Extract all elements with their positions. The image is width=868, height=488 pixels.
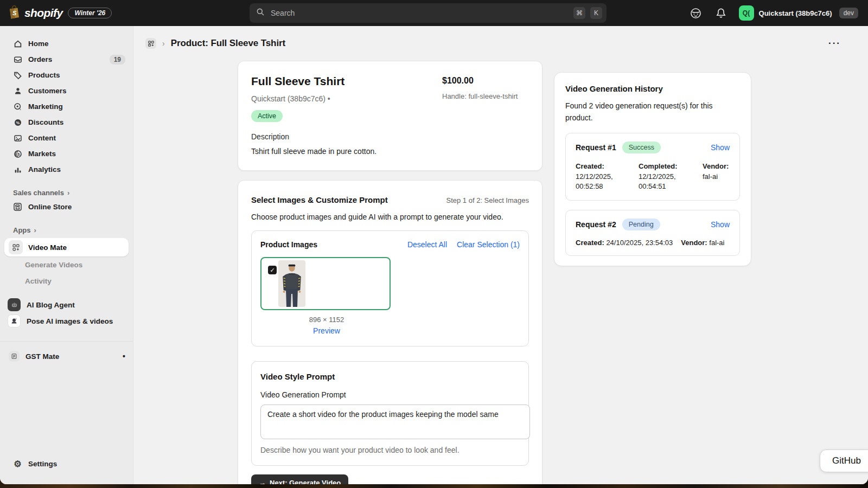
sidebar-item-content[interactable]: Content xyxy=(0,130,133,146)
sidebar-item-home[interactable]: Home xyxy=(0,36,133,52)
shopify-logo[interactable]: S shopify Winter '26 xyxy=(0,5,112,21)
request-completed: Completed: 12/12/2025, 00:54:51 xyxy=(639,162,703,191)
ai-blog-agent-app-icon xyxy=(8,298,21,311)
more-actions-button[interactable]: ··· xyxy=(828,38,841,49)
gst-mate-dot-indicator: • xyxy=(123,352,125,361)
apps-section[interactable]: Apps › xyxy=(0,223,133,236)
store-name: Quickstart (38b9c7c6) xyxy=(759,9,832,17)
product-title: Full Sleeve Tshirt xyxy=(251,75,376,88)
notifications-bell-icon[interactable] xyxy=(713,5,729,21)
marketing-target-icon xyxy=(13,102,22,111)
product-summary-left: Full Sleeve Tshirt Quickstart (38b9c7c6)… xyxy=(251,75,376,156)
prompt-helper-text: Describe how you want your product video… xyxy=(260,446,520,454)
video-prompt-textarea[interactable]: Create a short video for the product ima… xyxy=(260,404,530,439)
product-handle: Handle: full-sleeve-tshirt xyxy=(442,92,529,100)
top-bar: S shopify Winter '26 ⌘ K xyxy=(0,0,868,26)
page-header: › Product: Full Sleeve Tshirt ··· xyxy=(133,26,868,61)
shopify-admin-window: S shopify Winter '26 ⌘ K xyxy=(0,0,868,484)
release-badge: Winter '26 xyxy=(68,8,112,18)
search-icon xyxy=(256,8,265,18)
sidebar-item-products[interactable]: Products xyxy=(0,67,133,83)
step-indicator: Step 1 of 2: Select Images xyxy=(446,196,529,204)
pose-ai-app-icon xyxy=(8,314,21,328)
request-vendor: Vendor: fal-ai xyxy=(681,239,724,247)
sidebar-item-markets[interactable]: $ Markets xyxy=(0,146,133,162)
sidebar-item-label: Home xyxy=(28,40,49,48)
sidebar-item-label: Customers xyxy=(28,87,67,95)
chevron-right-icon: › xyxy=(67,189,69,197)
shopify-wordmark: shopify xyxy=(24,7,62,20)
sidebar-item-activity[interactable]: Activity xyxy=(0,273,133,289)
content-columns: Full Sleeve Tshirt Quickstart (38b9c7c6)… xyxy=(133,61,868,484)
sidebar-item-label: Orders xyxy=(28,55,52,63)
request-name: Request #1 xyxy=(576,143,616,152)
sidebar-item-label: Pose AI images & videos xyxy=(27,317,113,325)
svg-text:%: % xyxy=(16,120,20,125)
select-images-card: Select Images & Customize Prompt Step 1 … xyxy=(238,180,542,484)
main-content: › Product: Full Sleeve Tshirt ··· Full S… xyxy=(133,26,868,484)
apps-label: Apps xyxy=(13,226,31,234)
show-request-link[interactable]: Show xyxy=(711,143,730,152)
product-summary-card: Full Sleeve Tshirt Quickstart (38b9c7c6)… xyxy=(238,61,542,171)
history-title: Video Generation History xyxy=(565,84,740,93)
created-label: Created: xyxy=(576,162,604,170)
sidebar-nav: Home Orders 19 Products Customers Market… xyxy=(0,26,133,484)
sidebar-item-label: Online Store xyxy=(28,203,72,211)
global-search[interactable]: ⌘ K xyxy=(250,3,607,23)
github-button[interactable]: GitHub xyxy=(820,450,868,472)
home-icon xyxy=(13,40,22,48)
sidebar-item-label: Settings xyxy=(28,460,57,468)
sidebar-item-generate-videos[interactable]: Generate Videos xyxy=(0,257,133,273)
product-image-tile-selected[interactable]: ✓ xyxy=(260,257,391,310)
product-images-panel: Product Images Deselect All Clear Select… xyxy=(251,230,529,346)
product-description: Tshirt full sleeve made in pure cotton. xyxy=(251,147,376,156)
sidebar-item-gst-mate[interactable]: GST Mate • xyxy=(0,348,133,364)
sidebar-item-pose-ai[interactable]: Pose AI images & videos xyxy=(0,313,133,329)
select-section-subtitle: Choose product images and guide AI with … xyxy=(251,213,529,221)
history-summary: Found 2 video generation request(s) for … xyxy=(565,100,728,124)
sidebar-item-online-store[interactable]: Online Store xyxy=(0,199,133,215)
history-column: Video Generation History Found 2 video g… xyxy=(554,72,751,266)
product-store: Quickstart (38b9c7c6) • xyxy=(251,94,376,103)
vendor-value: fal-ai xyxy=(703,172,718,181)
deselect-all-link[interactable]: Deselect All xyxy=(407,240,447,249)
products-tag-icon xyxy=(13,71,22,80)
sidebar-item-customers[interactable]: Customers xyxy=(0,83,133,99)
app-breadcrumb-icon[interactable] xyxy=(145,38,156,49)
sidebar-item-settings[interactable]: ⚙ Settings xyxy=(0,459,133,469)
search-input[interactable] xyxy=(270,8,569,18)
select-section-title: Select Images & Customize Prompt xyxy=(251,195,388,204)
sidebar-item-ai-blog-agent[interactable]: AI Blog Agent xyxy=(0,297,133,313)
show-request-link[interactable]: Show xyxy=(711,220,730,229)
sidebar-item-marketing[interactable]: Marketing xyxy=(0,99,133,114)
video-generation-history-card: Video Generation History Found 2 video g… xyxy=(554,72,751,266)
sidebar-item-video-mate[interactable]: Video Mate xyxy=(4,238,129,256)
request-created: Created: 12/12/2025, 00:52:58 xyxy=(576,162,639,191)
next-generate-video-button[interactable]: → Next: Generate Video xyxy=(251,474,348,484)
sidebar-item-analytics[interactable]: Analytics xyxy=(0,162,133,177)
discounts-percent-icon: % xyxy=(13,118,22,127)
video-style-prompt-panel: Video Style Prompt Video Generation Prom… xyxy=(251,361,529,466)
sidebar-item-label: Markets xyxy=(28,150,56,158)
store-avatar: Q( xyxy=(739,5,754,21)
vendor-label: Vendor: xyxy=(703,162,729,170)
orders-icon xyxy=(13,55,22,64)
vendor-label: Vendor: xyxy=(681,239,707,247)
prompt-panel-title: Video Style Prompt xyxy=(260,372,520,381)
clear-selection-link[interactable]: Clear Selection (1) xyxy=(457,240,520,249)
product-column: Full Sleeve Tshirt Quickstart (38b9c7c6)… xyxy=(238,61,542,484)
prompt-field-label: Video Generation Prompt xyxy=(260,390,520,399)
sidekick-icon[interactable] xyxy=(688,5,704,21)
sidebar-item-discounts[interactable]: % Discounts xyxy=(0,114,133,130)
sales-channels-label: Sales channels xyxy=(13,189,64,197)
preview-link[interactable]: Preview xyxy=(260,326,393,335)
status-badge: Active xyxy=(251,110,283,122)
completed-label: Completed: xyxy=(639,162,678,170)
svg-text:$: $ xyxy=(17,152,20,157)
sidebar-item-label: Analytics xyxy=(28,165,61,174)
sales-channels-section[interactable]: Sales channels › xyxy=(0,186,133,199)
image-selected-checkbox[interactable]: ✓ xyxy=(268,266,277,274)
sidebar-item-orders[interactable]: Orders 19 xyxy=(0,52,133,67)
account-menu[interactable]: Q( Quickstart (38b9c7c6) dev xyxy=(739,5,858,21)
sidebar-item-label: Marketing xyxy=(28,102,63,111)
